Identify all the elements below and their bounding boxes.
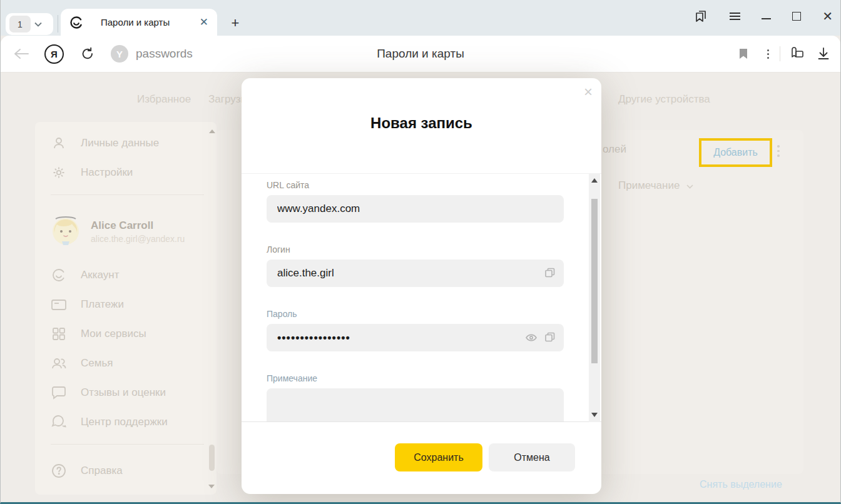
sidebar-item-family[interactable]: Семья	[51, 348, 217, 378]
site-favicon: Y	[111, 45, 128, 63]
column-header-note[interactable]: Примечание	[618, 179, 693, 192]
family-icon	[51, 355, 67, 371]
chevron-down-icon	[686, 184, 693, 189]
deselect-link[interactable]: Снять выделение	[700, 479, 782, 490]
tab-panels-icon[interactable]	[693, 9, 708, 24]
new-tab-button[interactable]: +	[226, 14, 245, 33]
nav-tab-other-devices[interactable]: Другие устройства	[618, 93, 710, 106]
dialog-scrollbar[interactable]	[589, 173, 600, 422]
copy-icon[interactable]	[544, 268, 556, 279]
browser-tab-active[interactable]: Пароли и карты ✕	[61, 9, 217, 36]
scroll-down-arrow[interactable]	[208, 485, 215, 488]
menu-icon[interactable]	[730, 13, 740, 20]
collections-icon[interactable]	[789, 46, 805, 61]
toolbar-page-title: Пароли и карты	[377, 36, 464, 72]
tab-strip: 1 Пароли и карты ✕ + ✕	[1, 0, 840, 36]
copy-icon[interactable]	[544, 332, 556, 343]
sidebar-item-support[interactable]: Центр поддержки	[51, 407, 217, 436]
sidebar-item-personal-data[interactable]: Личные данные	[51, 128, 217, 158]
download-icon[interactable]	[817, 47, 830, 61]
chat-bubbles-icon	[51, 414, 67, 430]
login-input[interactable]	[267, 260, 564, 287]
divider	[51, 194, 204, 195]
dialog-footer: Сохранить Отмена	[242, 423, 601, 494]
speech-bubble-icon	[51, 385, 67, 401]
new-entry-dialog: × Новая запись URL сайта Логин	[242, 78, 601, 494]
divider	[51, 444, 204, 445]
url-text[interactable]: passwords	[136, 47, 193, 61]
save-button[interactable]: Сохранить	[395, 443, 482, 471]
password-input[interactable]	[267, 324, 564, 351]
chevron-down-icon[interactable]	[34, 22, 42, 27]
sidebar-item-my-services[interactable]: Мои сервисы	[51, 319, 217, 348]
browser-toolbar: Я Y passwords Пароли и карты	[1, 36, 840, 73]
clipped-search-text: олей	[603, 143, 626, 156]
sidebar-item-account[interactable]: Аккаунт	[51, 260, 217, 290]
smiley-circle-icon	[51, 267, 67, 283]
reload-icon[interactable]	[80, 46, 95, 61]
tab-close-icon[interactable]: ✕	[200, 17, 208, 28]
tab-title: Пароли и карты	[91, 17, 192, 28]
sidebar-item-payments[interactable]: Платежи	[51, 290, 217, 319]
scroll-up-arrow[interactable]	[591, 178, 598, 183]
avatar	[51, 216, 81, 246]
url-input[interactable]	[267, 195, 564, 223]
minimize-button[interactable]	[762, 18, 771, 19]
divider	[58, 15, 58, 33]
profile-name: Alice Carroll	[91, 219, 185, 232]
sidebar-item-reviews[interactable]: Отзывы и оценки	[51, 378, 217, 407]
note-field-label: Примечание	[267, 373, 564, 383]
maximize-button[interactable]	[792, 12, 801, 21]
scroll-down-arrow[interactable]	[591, 413, 598, 417]
password-field-label: Пароль	[267, 309, 564, 319]
login-field-label: Логин	[267, 244, 564, 255]
yandex-browser-smiley-icon	[69, 16, 83, 29]
back-icon[interactable]	[13, 48, 29, 60]
sidebar-item-settings[interactable]: Настройки	[51, 158, 217, 187]
cancel-button[interactable]: Отмена	[489, 443, 575, 471]
add-button-highlight[interactable]: Добавить	[699, 138, 772, 167]
scroll-up-arrow[interactable]	[209, 129, 215, 133]
grid-icon	[51, 326, 67, 342]
yandex-home-icon[interactable]: Я	[44, 44, 64, 64]
scrollbar-thumb[interactable]	[591, 199, 598, 363]
profile-email: alice.the.girl@yandex.ru	[91, 234, 185, 244]
question-circle-icon	[51, 463, 67, 479]
add-button[interactable]: Добавить	[713, 147, 758, 158]
dialog-form-scroll-area: URL сайта Логин Паро	[242, 173, 601, 422]
dialog-title: Новая запись	[242, 114, 601, 132]
note-textarea[interactable]	[267, 388, 564, 422]
bookmark-icon[interactable]	[738, 48, 749, 60]
bank-card-icon	[51, 296, 67, 313]
profile-block[interactable]: Alice Carroll alice.the.girl@yandex.ru	[51, 203, 217, 260]
window-close-button[interactable]: ✕	[822, 10, 833, 23]
sidebar-item-help[interactable]: Справка	[51, 456, 217, 485]
nav-tab-favorites[interactable]: Избранное	[137, 93, 191, 106]
url-field-label: URL сайта	[267, 180, 564, 190]
tab-group-chip[interactable]: 1	[6, 13, 53, 35]
browser-window: 1 Пароли и карты ✕ + ✕	[0, 0, 841, 504]
list-menu-icon[interactable]	[777, 145, 780, 157]
dialog-close-icon[interactable]: ×	[584, 83, 593, 101]
scrollbar-thumb[interactable]	[209, 445, 215, 471]
sidebar: Личные данные Настройки	[35, 122, 217, 495]
tab-group-number[interactable]: 1	[9, 16, 31, 33]
sidebar-scrollbar[interactable]	[208, 129, 216, 488]
gear-icon	[51, 164, 67, 181]
divider	[780, 46, 780, 61]
person-icon	[51, 135, 67, 151]
show-password-eye-icon[interactable]	[525, 332, 536, 343]
toolbar-menu-icon[interactable]	[767, 49, 769, 59]
